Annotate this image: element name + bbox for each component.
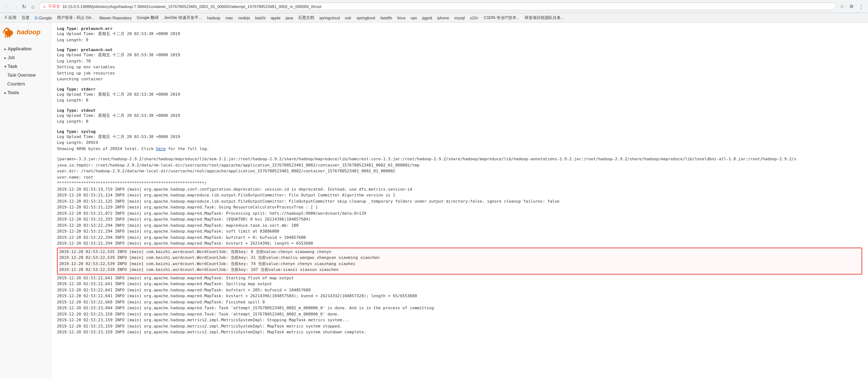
arrow-down-icon: ▾ — [4, 65, 6, 69]
full-log-link[interactable]: here — [156, 146, 166, 151]
log-entry-8: 2019-12-20 02:53:22,294 INFO [main] org.… — [57, 235, 862, 241]
post-entry-0: 2019-12-20 02:53:22,641 INFO [main] org.… — [57, 275, 862, 282]
sidebar-item-job[interactable]: ▸ Job — [0, 53, 51, 62]
hadoop-logo: hadoop — [0, 23, 51, 42]
highlighted-log-block: 2019-12-20 02:53:22,535 INFO [main] com.… — [57, 248, 862, 275]
lock-icon: ⚠ — [43, 4, 46, 8]
sidebar-item-application[interactable]: ▸ Application — [0, 45, 51, 53]
log-entry-4: 2019-12-20 02:53:21,872 INFO [main] org.… — [57, 211, 862, 217]
userdir-line: user.dir: /root/hadoop-2.9.2/data/nm-loc… — [57, 168, 862, 175]
bookmark-google[interactable]: GGoogle — [32, 15, 54, 21]
bookmark-springboot[interactable]: springboot — [354, 15, 377, 21]
home-button[interactable]: ⌂ — [29, 3, 36, 10]
stars-line: ****************************************… — [57, 180, 862, 187]
classpath-line: [params=-3.3.jar:/root/hadoop-2.9.2/shar… — [57, 156, 862, 162]
post-entry-1: 2019-12-20 02:53:22,641 INFO [main] org.… — [57, 281, 862, 287]
hadoop-elephant-icon — [2, 26, 15, 39]
nav-buttons: ← → ↻ ⌂ — [3, 3, 36, 10]
content-area: Log Type: prelaunch.err Log Upload Time:… — [51, 23, 868, 379]
apps-icon: ⠿ — [4, 15, 7, 20]
arrow-right-icon: ▸ — [4, 47, 6, 51]
menu-button[interactable]: ⋮ — [857, 3, 865, 11]
refresh-button[interactable]: ↻ — [20, 3, 28, 10]
log-length-prelaunch-err: Log Length: 0 — [57, 37, 862, 43]
post-entry-4: 2019-12-20 02:53:22,660 INFO [main] org.… — [57, 299, 862, 306]
log-entry-0: 2019-12-20 02:53:19,719 INFO [main] org.… — [57, 187, 862, 193]
highlight-entry-3: 2019-12-20 02:53:22,539 INFO [main] com.… — [58, 267, 861, 273]
bookmark-baidu[interactable]: 百度 — [19, 14, 32, 21]
browser-action-buttons: ☆ ⚙ ⋮ — [838, 3, 865, 11]
bookmark-nodejs[interactable]: nodejs — [236, 15, 252, 21]
log-upload-time-prelaunch-out: Log Upload Time: 星期五 十二月 20 02:53:38 +08… — [57, 52, 862, 58]
svg-rect-4 — [7, 35, 8, 38]
log-section-prelaunch-out: Log Type: prelaunch.out Log Upload Time:… — [57, 47, 862, 83]
bookmark-vpn[interactable]: vpn — [408, 15, 419, 21]
log-length-syslog: Log Length: 20924 — [57, 140, 862, 146]
log-section-prelaunch-err: Log Type: prelaunch.err Log Upload Time:… — [57, 26, 862, 43]
log-type-prelaunch-out: Log Type: prelaunch.out — [57, 47, 862, 52]
bookmark-jqgrid[interactable]: jqgrid — [420, 15, 434, 21]
log-upload-time-syslog: Log Upload Time: 星期五 十二月 20 02:53:38 +08… — [57, 134, 862, 140]
sidebar-item-task-overview[interactable]: Task Overview — [0, 71, 51, 80]
log-type-stderr: Log Type: stderr — [57, 87, 862, 92]
bookmark-s10[interactable]: s10+ — [468, 15, 481, 21]
bookmark-jeesite[interactable]: JeeSite 快速开发平... — [162, 14, 204, 21]
google-icon: G — [35, 16, 38, 20]
not-secure-label: 不安全 — [48, 4, 60, 9]
url-text: 10.15.0.5:19888/jobhistory/logs/hadoop:7… — [62, 4, 832, 9]
log-entry-6: 2019-12-20 02:53:22,294 INFO [main] org.… — [57, 223, 862, 229]
svg-point-2 — [5, 29, 8, 31]
log-entry-2: 2019-12-20 02:53:21,125 INFO [main] org.… — [57, 199, 862, 205]
bookmark-springcloud[interactable]: springcloud — [317, 15, 342, 21]
post-entry-9: 2019-12-20 02:53:23,159 INFO [main] org.… — [57, 329, 862, 336]
sidebar: ▸ Application ▸ Job ▾ Task Task Overview… — [0, 42, 51, 100]
bookmark-apps[interactable]: ⠿应用 — [2, 14, 19, 21]
bookmark-translate[interactable]: Google 翻译 — [135, 14, 161, 21]
post-entry-8: 2019-12-20 02:53:23,159 INFO [main] org.… — [57, 324, 862, 330]
extensions-button[interactable]: ⚙ — [848, 3, 856, 11]
log-section-stdout: Log Type: stdout Log Upload Time: 星期五 十二… — [57, 108, 862, 125]
post-entry-2: 2019-12-20 02:53:22,641 INFO [main] org.… — [57, 287, 862, 294]
bookmark-csdn[interactable]: CSDN-专业IT技术... — [482, 14, 522, 21]
bookmark-research[interactable]: 研发项目组团队任务... — [522, 14, 566, 21]
bookmark-shimo[interactable]: 石墨文档 — [296, 14, 316, 21]
bookmark-java[interactable]: java — [283, 15, 295, 21]
post-entry-6: 2019-12-20 02:53:23,158 INFO [main] org.… — [57, 311, 862, 318]
bookmark-solr[interactable]: solr — [343, 15, 354, 21]
forward-button[interactable]: → — [12, 3, 19, 10]
sidebar-item-counters[interactable]: Counters — [0, 80, 51, 88]
svg-rect-3 — [5, 35, 6, 38]
bookmark-maven[interactable]: Maven Repository — [97, 15, 134, 21]
bookmark-baizhi[interactable]: baizhi — [253, 15, 268, 21]
sidebar-item-tools[interactable]: ▸ Tools — [0, 88, 51, 97]
bookmark-mysql[interactable]: mysql — [452, 15, 467, 21]
sidebar-item-task[interactable]: ▾ Task — [0, 62, 51, 71]
arrow-right-icon-tools: ▸ — [4, 91, 6, 95]
log-length-prelaunch-out: Log Length: 70 — [57, 58, 862, 65]
svg-rect-5 — [9, 35, 11, 38]
log-entry-9: 2019-12-20 02:53:22,294 INFO [main] org.… — [57, 241, 862, 247]
log-entry-1: 2019-12-20 02:53:21,124 INFO [main] org.… — [57, 192, 862, 199]
bookmark-iphone[interactable]: iphone — [435, 15, 451, 21]
hadoop-logo-text: hadoop — [17, 28, 40, 36]
bookmark-button[interactable]: ☆ — [838, 3, 846, 11]
bookmark-gitee[interactable]: 用户登录 - 码云 Git... — [55, 14, 96, 21]
bookmarks-bar: ⠿应用 百度 GGoogle 用户登录 - 码云 Git... Maven Re… — [0, 13, 868, 23]
main-layout: hadoop ▸ Application ▸ Job ▾ Task Task O… — [0, 23, 868, 379]
username-line: user.name: root — [57, 175, 862, 181]
log-upload-time-prelaunch-err: Log Upload Time: 星期五 十二月 20 02:53:38 +08… — [57, 31, 862, 37]
log-type-prelaunch-err: Log Type: prelaunch.err — [57, 26, 862, 31]
bookmark-apple[interactable]: apple — [269, 15, 283, 21]
bookmark-mac[interactable]: mac — [223, 15, 235, 21]
arrow-right-icon-job: ▸ — [4, 56, 6, 60]
log-entries-post: 2019-12-20 02:53:22,641 INFO [main] org.… — [57, 275, 862, 336]
post-entry-5: 2019-12-20 02:53:23,044 INFO [main] org.… — [57, 305, 862, 311]
log-entries-pre: 2019-12-20 02:53:19,719 INFO [main] org.… — [57, 187, 862, 247]
bookmark-fastdfs[interactable]: fastdfs — [378, 15, 394, 21]
log-section-stderr: Log Type: stderr Log Upload Time: 星期五 十二… — [57, 87, 862, 104]
back-button[interactable]: ← — [3, 3, 10, 10]
bookmark-linux[interactable]: linux — [395, 15, 408, 21]
address-bar[interactable]: ⚠ 不安全 10.15.0.5:19888/jobhistory/logs/ha… — [39, 3, 836, 10]
log-upload-time-stdout: Log Upload Time: 星期五 十二月 20 02:53:38 +08… — [57, 113, 862, 119]
bookmark-hadoop[interactable]: hadoop — [205, 15, 223, 21]
